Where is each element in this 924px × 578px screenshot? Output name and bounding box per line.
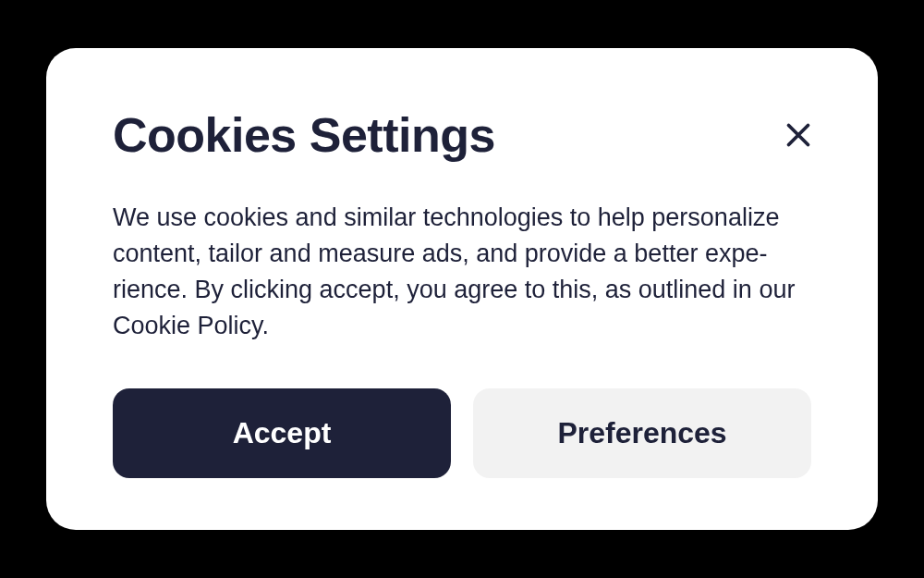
modal-header: Cookies Settings — [113, 107, 811, 163]
modal-title: Cookies Settings — [113, 107, 495, 163]
cookies-modal: Cookies Settings We use cookies and simi… — [46, 48, 878, 531]
modal-actions: Accept Preferences — [113, 388, 811, 478]
accept-button[interactable]: Accept — [113, 388, 451, 478]
modal-body-text: We use cookies and similar technologies … — [113, 200, 811, 345]
close-button[interactable] — [778, 115, 819, 158]
close-icon — [782, 118, 815, 152]
preferences-button[interactable]: Preferences — [473, 388, 811, 478]
